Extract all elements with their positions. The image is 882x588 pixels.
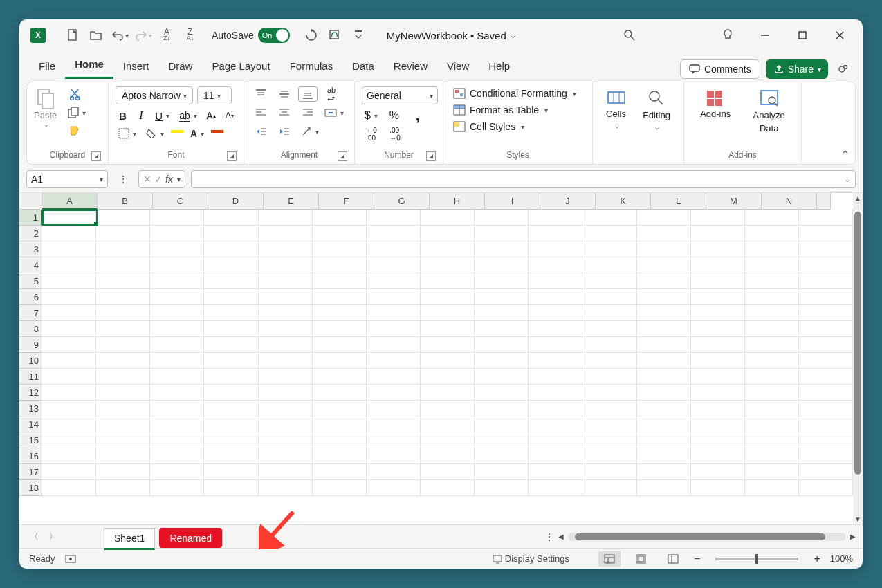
column-header[interactable]: B — [98, 193, 153, 210]
cell[interactable] — [582, 337, 636, 353]
macro-record-icon[interactable] — [65, 554, 76, 564]
cell[interactable] — [582, 226, 636, 241]
cell[interactable] — [42, 448, 96, 464]
cell[interactable] — [313, 448, 367, 464]
currency-icon[interactable]: $▾ — [362, 108, 380, 123]
cell[interactable] — [367, 480, 421, 496]
shrink-font-icon[interactable]: A▾ — [222, 108, 237, 123]
cell[interactable] — [745, 353, 799, 369]
sheet-tab-sheet1[interactable]: Sheet1 — [104, 528, 155, 550]
cell[interactable] — [691, 353, 745, 369]
cell[interactable] — [475, 416, 529, 432]
cells-button[interactable]: Cells⌵ — [600, 86, 632, 132]
cell[interactable] — [42, 416, 96, 432]
cell[interactable] — [745, 305, 799, 321]
cell[interactable] — [259, 401, 313, 416]
cell-styles-button[interactable]: Cell Styles▾ — [450, 120, 579, 134]
cell[interactable] — [204, 305, 258, 321]
cell[interactable] — [745, 321, 799, 337]
cell[interactable] — [421, 464, 475, 480]
cancel-formula-icon[interactable]: ✕ — [143, 174, 151, 185]
column-header[interactable]: J — [540, 193, 596, 210]
cell[interactable] — [367, 385, 421, 401]
formula-bar[interactable]: ⌵ — [191, 170, 856, 188]
scroll-down-icon[interactable]: ▼ — [854, 515, 861, 523]
font-name-combo[interactable]: Aptos Narrow▾ — [116, 86, 193, 104]
cell[interactable] — [582, 448, 636, 464]
cell[interactable] — [421, 273, 475, 289]
cell[interactable] — [799, 480, 853, 496]
cell[interactable] — [259, 289, 313, 305]
cell[interactable] — [637, 226, 691, 241]
cell[interactable] — [421, 416, 475, 432]
percent-icon[interactable]: % — [385, 108, 404, 123]
scroll-right-icon[interactable]: ▶ — [850, 533, 856, 540]
cell[interactable] — [150, 321, 204, 337]
cell[interactable] — [259, 210, 313, 226]
cell[interactable] — [475, 464, 529, 480]
tab-help[interactable]: Help — [479, 55, 520, 79]
cell[interactable] — [367, 416, 421, 432]
cell[interactable] — [691, 289, 745, 305]
cell[interactable] — [582, 305, 636, 321]
cell[interactable] — [691, 401, 745, 416]
cell[interactable] — [96, 432, 150, 448]
cell[interactable] — [96, 480, 150, 496]
cell[interactable] — [42, 337, 96, 353]
cell[interactable] — [204, 385, 258, 401]
cell[interactable] — [367, 448, 421, 464]
cell[interactable] — [204, 321, 258, 337]
comments-button[interactable]: Comments — [680, 59, 760, 79]
row-header[interactable]: 6 — [19, 289, 42, 305]
cell[interactable] — [204, 210, 258, 226]
cell[interactable] — [529, 210, 582, 226]
cell[interactable] — [799, 432, 853, 448]
tab-draw[interactable]: Draw — [158, 55, 202, 79]
cell[interactable] — [204, 226, 258, 241]
decrease-indent-icon[interactable] — [251, 124, 270, 139]
cell[interactable] — [475, 257, 529, 273]
double-underline-button[interactable]: ab▾ — [176, 109, 200, 122]
row-header[interactable]: 1 — [19, 210, 42, 226]
view-page-break-icon[interactable] — [662, 551, 684, 567]
cell[interactable] — [637, 369, 691, 385]
cell[interactable] — [150, 273, 204, 289]
cell[interactable] — [150, 226, 204, 241]
cell[interactable] — [259, 226, 313, 241]
enter-formula-icon[interactable]: ✓ — [154, 174, 163, 185]
cell[interactable] — [745, 273, 799, 289]
scroll-up-icon[interactable]: ▲ — [854, 194, 861, 202]
cell[interactable] — [259, 464, 313, 480]
cell[interactable] — [204, 353, 258, 369]
formula-bar-expand-icon[interactable]: ⌵ — [845, 176, 849, 183]
cell[interactable] — [367, 226, 421, 241]
cell[interactable] — [475, 305, 529, 321]
cell[interactable] — [421, 305, 475, 321]
cell[interactable] — [259, 369, 313, 385]
display-settings-button[interactable]: Display Settings — [493, 553, 569, 564]
cell[interactable] — [150, 353, 204, 369]
cell[interactable] — [745, 210, 799, 226]
paste-button[interactable]: Paste ⌵ — [34, 86, 57, 128]
autosave-toggle[interactable]: On — [258, 28, 290, 43]
row-header[interactable]: 2 — [19, 226, 42, 241]
sheet-tab-renamed[interactable]: Renamed — [159, 528, 222, 548]
cell[interactable] — [745, 448, 799, 464]
cell[interactable] — [582, 257, 636, 273]
cell[interactable] — [96, 273, 150, 289]
cell[interactable] — [745, 416, 799, 432]
cell[interactable] — [421, 480, 475, 496]
cell[interactable] — [367, 321, 421, 337]
cell[interactable] — [529, 416, 582, 432]
cell[interactable] — [691, 448, 745, 464]
cell[interactable] — [204, 273, 258, 289]
open-file-icon[interactable] — [87, 26, 105, 44]
cell[interactable] — [637, 337, 691, 353]
sheet-nav-next-icon[interactable]: 〉 — [46, 529, 61, 544]
column-header[interactable]: D — [208, 193, 264, 210]
cell[interactable] — [582, 480, 636, 496]
fill-color-button[interactable]: ▾ — [143, 127, 167, 140]
cell[interactable] — [96, 321, 150, 337]
cell[interactable] — [529, 273, 582, 289]
cell[interactable] — [691, 480, 745, 496]
